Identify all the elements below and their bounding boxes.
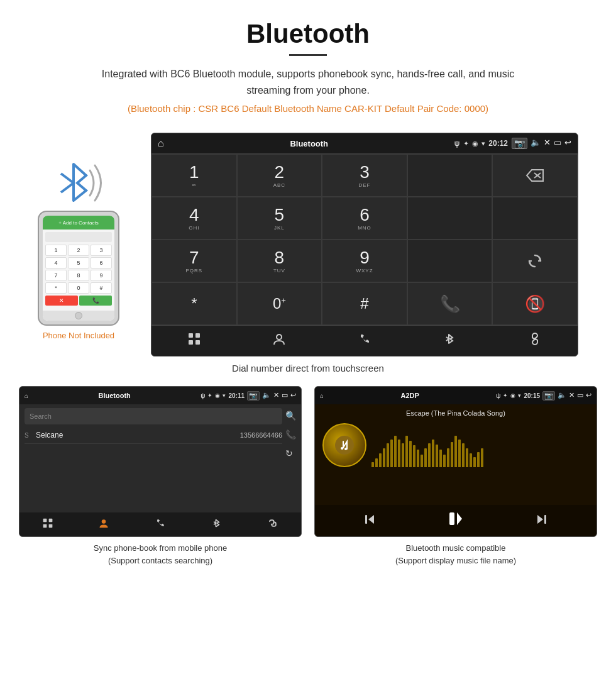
pb-nav-contacts-icon[interactable] [98,517,109,531]
dialer-close-icon[interactable]: ✕ [544,138,551,149]
dial-key-6[interactable]: 6 MNO [322,197,407,240]
dialer-volume-icon[interactable]: 🔈 [531,138,541,149]
pb-back-icon[interactable]: ↩ [290,391,296,401]
svg-point-16 [102,519,106,524]
pb-home-icon[interactable]: ⌂ [25,392,28,399]
nav-link-icon[interactable] [528,332,542,350]
svg-rect-23 [365,515,367,524]
nav-phone-icon[interactable] [358,332,371,350]
music-time: 20:15 [524,392,540,399]
dialer-home-icon[interactable]: ⌂ [158,138,164,149]
reload-icon [527,253,543,269]
dialer-camera-icon[interactable]: 📷 [512,138,527,149]
pb-search-side-icon[interactable]: 🔍 [285,411,296,421]
music-usb-icon: ψ [496,392,500,399]
music-camera-icon[interactable]: 📷 [542,391,555,401]
pb-vol-icon[interactable]: 🔈 [262,391,271,401]
pb-call-side-icon[interactable]: 📞 [285,429,296,440]
pb-screen-title: Bluetooth [31,392,198,399]
eq-bar [439,450,442,467]
pb-browser-icon[interactable]: ▭ [282,391,288,401]
pb-search-bar[interactable]: Search [25,408,282,424]
pb-reload-side-icon[interactable]: ↻ [285,448,296,458]
music-next-button[interactable] [534,512,549,530]
dialer-status-icons: ✦ ◉ ▾ 20:12 [463,139,508,148]
dial-empty-3 [492,197,578,240]
dial-backspace-key[interactable] [492,154,578,197]
dial-empty-1 [407,154,493,197]
phone-not-included-label: Phone Not Included [43,331,114,340]
music-caption-line2: (Support display music file name) [395,556,516,565]
music-body: Escape (The Pina Colada Song) [315,404,597,505]
pb-signal-icon: ▾ [223,392,226,399]
music-screen-title: A2DP [326,392,493,399]
dialer-location-icon: ◉ [472,140,478,148]
phone-bottom-bar [43,311,114,321]
pb-search-area: Search [19,404,301,427]
dial-key-9[interactable]: 9 WXYZ [322,240,407,282]
dialer-keypad: 1 ∞ 2 ABC 3 DEF 4 GHI [151,153,578,325]
eq-bar [470,453,472,467]
dial-key-4[interactable]: 4 GHI [151,197,237,240]
svg-rect-5 [189,340,193,345]
pb-nav-bt-icon[interactable] [211,517,223,531]
dial-end-call-button[interactable]: 📵 [492,282,578,325]
phone-mini-keys: 123 456 789 *0# [45,245,112,294]
music-content [322,423,589,467]
dial-key-3[interactable]: 3 DEF [322,154,407,197]
nav-contacts-icon[interactable] [272,332,286,350]
pb-close-icon[interactable]: ✕ [273,391,279,401]
pb-action-icons: 📷 🔈 ✕ ▭ ↩ [247,391,296,401]
music-home-icon[interactable]: ⌂ [320,392,324,399]
dialer-status-bar: ⌂ Bluetooth ψ ✦ ◉ ▾ 20:12 📷 🔈 ✕ ▭ ↩ [151,133,578,153]
dial-key-7[interactable]: 7 PQRS [151,240,237,282]
eq-bar [443,455,446,467]
eq-bar [454,436,457,467]
page-header: Bluetooth Integrated with BC6 Bluetooth … [0,0,616,133]
nav-bluetooth-icon[interactable] [443,332,457,350]
dialer-browser-icon[interactable]: ▭ [554,138,561,149]
dial-call-button[interactable]: 📞 [407,282,493,325]
svg-rect-4 [195,333,200,338]
pb-nav-grid-icon[interactable] [42,517,53,531]
pb-contact-row[interactable]: S Seicane 13566664466 [25,427,282,444]
music-vol-icon[interactable]: 🔈 [558,391,566,401]
eq-bar [421,455,423,467]
svg-rect-12 [43,519,47,523]
eq-bar [387,443,389,467]
phone-dial-area: 123 456 789 *0# ✕ 📞 [43,230,114,308]
dial-empty-2 [407,197,493,240]
eq-bar [458,440,461,467]
music-status-icons: ✦ ◉ ▾ 20:15 [503,392,540,399]
music-close-icon[interactable]: ✕ [569,391,575,401]
pb-contacts-list: S Seicane 13566664466 [19,427,301,444]
dial-key-5[interactable]: 5 JKL [237,197,322,240]
dial-key-0[interactable]: 0+ [237,282,322,325]
music-back-icon[interactable]: ↩ [586,391,591,401]
pb-nav-phone-icon[interactable] [155,517,166,531]
dial-key-8[interactable]: 8 TUV [237,240,322,282]
music-browser-icon[interactable]: ▭ [577,391,583,401]
pb-camera-icon[interactable]: 📷 [247,391,260,401]
dialer-bottom-nav [151,325,578,356]
svg-marker-26 [537,515,543,524]
dial-key-1[interactable]: 1 ∞ [151,154,237,197]
svg-marker-25 [457,512,462,525]
music-status-bar: ⌂ A2DP ψ ✦ ◉ ▾ 20:15 📷 🔈 ✕ ▭ ↩ [315,387,597,404]
nav-grid-icon[interactable] [187,332,201,350]
svg-rect-27 [544,515,546,524]
dial-empty-4 [407,240,493,282]
pb-side-icons: 🔍 📞 ↻ [285,411,296,458]
dial-key-hash[interactable]: # [322,282,407,325]
music-prev-button[interactable] [362,512,377,530]
page-title: Bluetooth [13,19,603,49]
pb-nav-link-icon[interactable] [267,517,278,531]
dialer-back-icon[interactable]: ↩ [564,138,571,149]
pb-usb-icon: ψ [201,392,205,399]
dial-key-2[interactable]: 2 ABC [237,154,322,197]
music-play-pause-button[interactable] [447,510,465,531]
svg-rect-13 [48,519,52,523]
eq-bar [477,452,480,467]
dial-reload-key[interactable] [492,240,578,282]
dial-key-star[interactable]: * [151,282,237,325]
